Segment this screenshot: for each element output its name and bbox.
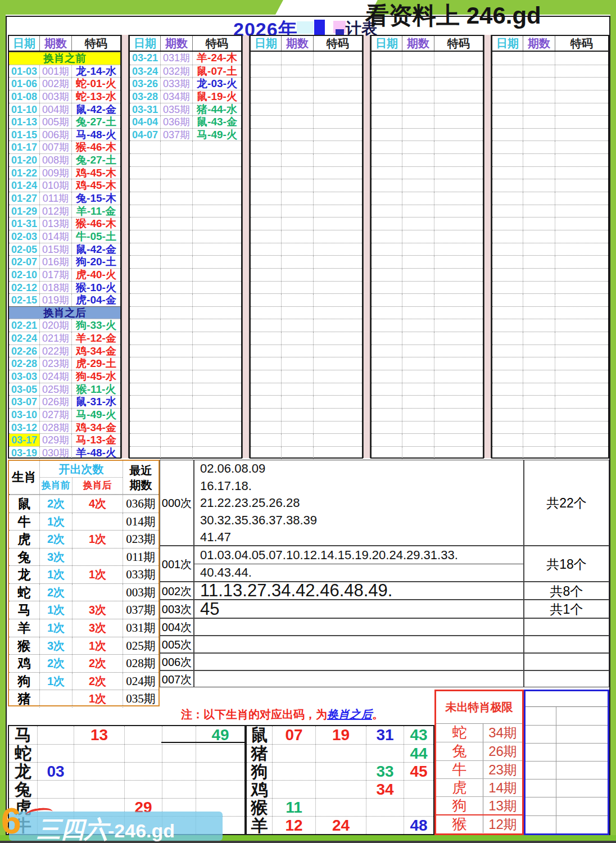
table-row: [251, 217, 362, 230]
date-cell: [492, 357, 523, 370]
column-header: 特码: [555, 36, 608, 51]
date-cell: [251, 154, 282, 166]
date-cell: 01-24: [9, 179, 40, 192]
blue-box-cell: [526, 779, 556, 797]
limit-period: 13期: [483, 797, 522, 814]
period-cell: [282, 357, 314, 370]
count-after-cell: [73, 549, 123, 566]
date-cell: [492, 116, 523, 128]
period-cell: [402, 52, 434, 65]
grid-zodiac: 龙: [9, 763, 38, 780]
numbers-cell: 45: [194, 600, 524, 618]
date-cell: [130, 167, 161, 179]
table-row: [130, 255, 241, 268]
blue-box-row: [526, 779, 608, 797]
date-cell: [372, 434, 402, 446]
code-cell: [314, 345, 362, 357]
period-cell: [523, 90, 555, 103]
count-before-cell: 3次: [40, 637, 73, 655]
period-cell: [402, 256, 434, 268]
stats-row: 牛1次014期: [9, 513, 158, 531]
grid-zodiac: 狗: [247, 763, 273, 780]
table-row: 01-06002期蛇-01-火: [9, 77, 120, 90]
table-row: [492, 205, 608, 217]
period-cell: 036期: [161, 116, 193, 128]
period-cell: [161, 141, 193, 153]
period-cell: [402, 205, 434, 217]
count-before-cell: 1次: [40, 619, 73, 637]
code-cell: [434, 294, 483, 306]
table-row: 02-24021期羊-12-金: [9, 332, 120, 345]
count-after-cell: [73, 584, 123, 601]
grid-row: 羊122448: [247, 816, 433, 834]
grid-number-cell: [38, 745, 74, 762]
code-cell: [555, 52, 608, 65]
blue-box-cell: [526, 797, 556, 815]
date-cell: [251, 269, 282, 281]
count-label: 005次: [160, 636, 194, 653]
period-cell: [523, 409, 555, 421]
period-cell: [523, 65, 555, 78]
code-cell: [193, 409, 241, 421]
code-cell: [434, 90, 483, 103]
code-cell: [555, 307, 608, 319]
numbers-line: 41.47: [200, 529, 523, 546]
grid-zodiac: 猴: [247, 799, 273, 816]
table-row: 01-27011期兔-15-木: [9, 192, 120, 205]
date-cell: [492, 205, 523, 217]
period-cell: [402, 332, 434, 345]
date-cell: [492, 269, 523, 281]
date-cell: [492, 78, 523, 90]
grid-number-cell: [196, 763, 244, 780]
code-cell: [193, 269, 241, 281]
period-cell: 019期: [40, 294, 72, 306]
table-row: [130, 166, 241, 179]
code-cell: [555, 129, 608, 141]
limit-zodiac: 狗: [436, 797, 483, 814]
blue-box-row: [526, 743, 608, 761]
date-cell: [130, 434, 161, 446]
grid-number-cell: [273, 781, 316, 798]
period-cell: 011期: [40, 192, 72, 205]
date-cell: 02-26: [9, 345, 40, 357]
period-cell: 027期: [40, 409, 72, 421]
code-cell: [555, 256, 608, 268]
blue-box-row: [526, 725, 608, 743]
grid-number-cell: [162, 781, 196, 798]
period-cell: 034期: [161, 90, 193, 103]
period-cell: [523, 383, 555, 396]
date-cell: [372, 103, 402, 116]
code-cell: [193, 383, 241, 396]
date-cell: 01-06: [9, 78, 40, 90]
date-cell: [372, 167, 402, 179]
column-header: 期数: [40, 36, 72, 51]
period-cell: [282, 307, 314, 319]
period-cell: [402, 396, 434, 408]
period-cell: [161, 345, 193, 357]
table-row: [251, 357, 362, 370]
period-cell: [161, 217, 193, 230]
table-row: 03-05025期猴-11-火: [9, 383, 120, 396]
table-row: 01-17007期猴-46-木: [9, 140, 120, 153]
blue-box-cell: [526, 744, 556, 761]
date-cell: 01-08: [9, 90, 40, 103]
stats-row: 龙1次1次033期: [9, 565, 158, 583]
period-cell: [282, 90, 314, 103]
table-row: [130, 433, 241, 446]
code-cell: [314, 332, 362, 345]
blue-box-row: [526, 797, 608, 815]
table-row: [130, 446, 241, 459]
period-cell: [402, 103, 434, 116]
code-cell: [434, 154, 483, 166]
code-cell: [555, 78, 608, 90]
date-cell: [251, 217, 282, 230]
period-cell: [523, 434, 555, 446]
stats-header-counts: 开出次数 换肖前 换肖后: [40, 461, 123, 494]
period-cell: [282, 52, 314, 65]
group-separator: [363, 35, 370, 458]
code-cell: [555, 230, 608, 243]
group-separator: [121, 35, 129, 458]
table-row: [130, 179, 241, 192]
table-row: [251, 383, 362, 396]
grid-zodiac: 鼠: [247, 726, 273, 744]
